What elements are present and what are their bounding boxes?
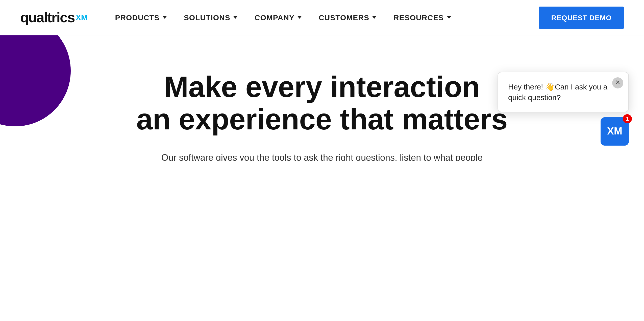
navbar: qualtricsXM PRODUCTS SOLUTIONS COMPANY C… <box>0 0 644 35</box>
xm-label: XM <box>607 125 622 137</box>
chat-widget: ✕ Hey there! 👋Can I ask you a quick ques… <box>498 72 629 145</box>
chevron-down-icon <box>298 16 302 19</box>
request-demo-button-nav[interactable]: REQUEST DEMO <box>539 6 624 29</box>
chat-popup-text: Hey there! 👋Can I ask you a quick questi… <box>508 82 607 101</box>
chevron-down-icon <box>163 16 167 19</box>
chevron-down-icon <box>233 16 237 19</box>
nav-item-customers[interactable]: CUSTOMERS <box>312 9 383 26</box>
hero-subtitle: Our software gives you the tools to ask … <box>150 150 494 160</box>
xm-chat-button[interactable]: XM 1 <box>601 117 629 145</box>
chevron-down-icon <box>372 16 376 19</box>
nav-links: PRODUCTS SOLUTIONS COMPANY CUSTOMERS RES… <box>108 9 539 26</box>
nav-item-products[interactable]: PRODUCTS <box>108 9 174 26</box>
chevron-down-icon <box>447 16 451 19</box>
nav-item-solutions[interactable]: SOLUTIONS <box>177 9 244 26</box>
logo-text: qualtrics <box>20 9 75 26</box>
hero-title: Make every interaction an experience tha… <box>120 71 524 135</box>
nav-item-company[interactable]: COMPANY <box>247 9 309 26</box>
notification-badge: 1 <box>623 114 632 123</box>
logo[interactable]: qualtricsXM <box>20 9 88 26</box>
chat-popup: ✕ Hey there! 👋Can I ask you a quick ques… <box>498 72 629 112</box>
nav-item-resources[interactable]: RESOURCES <box>386 9 458 26</box>
chat-close-button[interactable]: ✕ <box>612 77 623 88</box>
logo-xm: XM <box>76 13 88 22</box>
